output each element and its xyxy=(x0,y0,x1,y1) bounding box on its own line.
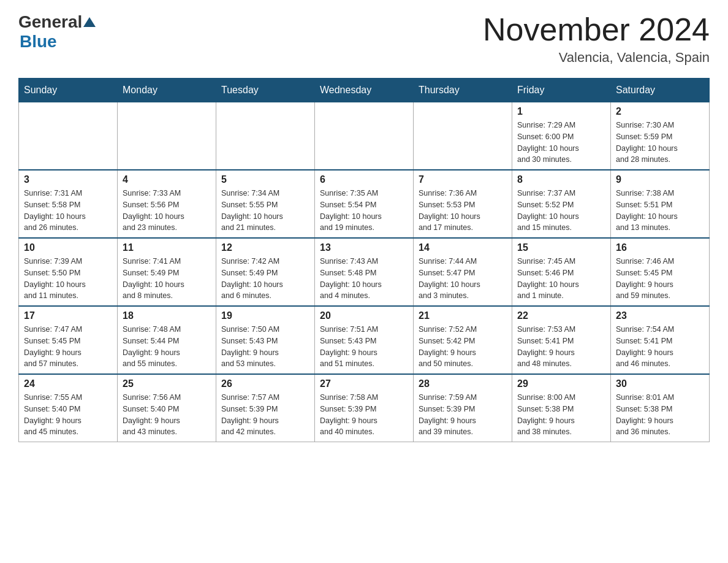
day-number: 24 xyxy=(24,378,112,389)
day-info: Sunrise: 7:34 AM Sunset: 5:55 PM Dayligh… xyxy=(221,188,309,234)
day-info: Sunrise: 8:01 AM Sunset: 5:38 PM Dayligh… xyxy=(616,392,704,438)
day-number: 16 xyxy=(616,242,704,253)
calendar-day-cell: 24Sunrise: 7:55 AM Sunset: 5:40 PM Dayli… xyxy=(19,374,118,442)
calendar-day-cell: 20Sunrise: 7:51 AM Sunset: 5:43 PM Dayli… xyxy=(315,306,414,374)
calendar-day-cell: 28Sunrise: 7:59 AM Sunset: 5:39 PM Dayli… xyxy=(414,374,512,442)
calendar-week-row: 24Sunrise: 7:55 AM Sunset: 5:40 PM Dayli… xyxy=(19,374,710,442)
calendar-day-cell: 6Sunrise: 7:35 AM Sunset: 5:54 PM Daylig… xyxy=(315,170,414,238)
day-number: 13 xyxy=(320,242,408,253)
page-header: General Blue November 2024 Valencia, Val… xyxy=(18,12,710,66)
calendar-day-cell xyxy=(118,102,216,170)
day-of-week-header: Saturday xyxy=(611,79,710,102)
day-number: 3 xyxy=(24,174,112,185)
day-info: Sunrise: 7:37 AM Sunset: 5:52 PM Dayligh… xyxy=(517,188,605,234)
day-number: 27 xyxy=(320,378,408,389)
day-number: 23 xyxy=(616,310,704,321)
day-number: 22 xyxy=(517,310,605,321)
day-number: 26 xyxy=(221,378,309,389)
day-info: Sunrise: 7:54 AM Sunset: 5:41 PM Dayligh… xyxy=(616,324,704,370)
calendar-day-cell: 29Sunrise: 8:00 AM Sunset: 5:38 PM Dayli… xyxy=(512,374,611,442)
calendar-week-row: 3Sunrise: 7:31 AM Sunset: 5:58 PM Daylig… xyxy=(19,170,710,238)
day-info: Sunrise: 7:31 AM Sunset: 5:58 PM Dayligh… xyxy=(24,188,112,234)
month-title: November 2024 xyxy=(483,12,710,47)
calendar-day-cell: 12Sunrise: 7:42 AM Sunset: 5:49 PM Dayli… xyxy=(216,238,315,306)
day-info: Sunrise: 7:44 AM Sunset: 5:47 PM Dayligh… xyxy=(419,256,507,302)
calendar-table: SundayMondayTuesdayWednesdayThursdayFrid… xyxy=(18,78,710,442)
day-info: Sunrise: 8:00 AM Sunset: 5:38 PM Dayligh… xyxy=(517,392,605,438)
day-number: 14 xyxy=(419,242,507,253)
calendar-day-cell: 13Sunrise: 7:43 AM Sunset: 5:48 PM Dayli… xyxy=(315,238,414,306)
calendar-day-cell: 25Sunrise: 7:56 AM Sunset: 5:40 PM Dayli… xyxy=(118,374,216,442)
day-number: 6 xyxy=(320,174,408,185)
day-number: 2 xyxy=(616,106,704,117)
calendar-week-row: 1Sunrise: 7:29 AM Sunset: 6:00 PM Daylig… xyxy=(19,102,710,170)
day-info: Sunrise: 7:59 AM Sunset: 5:39 PM Dayligh… xyxy=(419,392,507,438)
calendar-day-cell: 23Sunrise: 7:54 AM Sunset: 5:41 PM Dayli… xyxy=(611,306,710,374)
day-info: Sunrise: 7:35 AM Sunset: 5:54 PM Dayligh… xyxy=(320,188,408,234)
calendar-week-row: 17Sunrise: 7:47 AM Sunset: 5:45 PM Dayli… xyxy=(19,306,710,374)
day-info: Sunrise: 7:33 AM Sunset: 5:56 PM Dayligh… xyxy=(123,188,211,234)
calendar-day-cell: 14Sunrise: 7:44 AM Sunset: 5:47 PM Dayli… xyxy=(414,238,512,306)
day-info: Sunrise: 7:51 AM Sunset: 5:43 PM Dayligh… xyxy=(320,324,408,370)
day-number: 11 xyxy=(123,242,211,253)
day-number: 5 xyxy=(221,174,309,185)
day-info: Sunrise: 7:30 AM Sunset: 5:59 PM Dayligh… xyxy=(616,120,704,166)
calendar-day-cell: 4Sunrise: 7:33 AM Sunset: 5:56 PM Daylig… xyxy=(118,170,216,238)
calendar-day-cell: 30Sunrise: 8:01 AM Sunset: 5:38 PM Dayli… xyxy=(611,374,710,442)
day-info: Sunrise: 7:47 AM Sunset: 5:45 PM Dayligh… xyxy=(24,324,112,370)
calendar-day-cell: 21Sunrise: 7:52 AM Sunset: 5:42 PM Dayli… xyxy=(414,306,512,374)
location-text: Valencia, Valencia, Spain xyxy=(483,50,710,66)
calendar-day-cell: 27Sunrise: 7:58 AM Sunset: 5:39 PM Dayli… xyxy=(315,374,414,442)
day-of-week-header: Wednesday xyxy=(315,79,414,102)
calendar-day-cell xyxy=(315,102,414,170)
calendar-day-cell: 8Sunrise: 7:37 AM Sunset: 5:52 PM Daylig… xyxy=(512,170,611,238)
logo-triangle-icon xyxy=(83,17,96,27)
day-info: Sunrise: 7:48 AM Sunset: 5:44 PM Dayligh… xyxy=(123,324,211,370)
day-info: Sunrise: 7:29 AM Sunset: 6:00 PM Dayligh… xyxy=(517,120,605,166)
day-of-week-header: Friday xyxy=(512,79,611,102)
calendar-week-row: 10Sunrise: 7:39 AM Sunset: 5:50 PM Dayli… xyxy=(19,238,710,306)
day-info: Sunrise: 7:39 AM Sunset: 5:50 PM Dayligh… xyxy=(24,256,112,302)
day-info: Sunrise: 7:36 AM Sunset: 5:53 PM Dayligh… xyxy=(419,188,507,234)
day-number: 8 xyxy=(517,174,605,185)
day-info: Sunrise: 7:45 AM Sunset: 5:46 PM Dayligh… xyxy=(517,256,605,302)
day-info: Sunrise: 7:52 AM Sunset: 5:42 PM Dayligh… xyxy=(419,324,507,370)
calendar-day-cell: 5Sunrise: 7:34 AM Sunset: 5:55 PM Daylig… xyxy=(216,170,315,238)
day-number: 9 xyxy=(616,174,704,185)
calendar-day-cell: 19Sunrise: 7:50 AM Sunset: 5:43 PM Dayli… xyxy=(216,306,315,374)
day-number: 4 xyxy=(123,174,211,185)
day-info: Sunrise: 7:53 AM Sunset: 5:41 PM Dayligh… xyxy=(517,324,605,370)
logo: General Blue xyxy=(18,12,96,52)
day-of-week-header: Sunday xyxy=(19,79,118,102)
day-number: 1 xyxy=(517,106,605,117)
logo-general-text: General xyxy=(18,12,82,32)
title-section: November 2024 Valencia, Valencia, Spain xyxy=(483,12,710,66)
day-number: 30 xyxy=(616,378,704,389)
day-number: 15 xyxy=(517,242,605,253)
calendar-day-cell: 7Sunrise: 7:36 AM Sunset: 5:53 PM Daylig… xyxy=(414,170,512,238)
calendar-day-cell xyxy=(19,102,118,170)
day-info: Sunrise: 7:46 AM Sunset: 5:45 PM Dayligh… xyxy=(616,256,704,302)
logo-blue-text: Blue xyxy=(20,32,57,52)
day-number: 29 xyxy=(517,378,605,389)
calendar-day-cell: 11Sunrise: 7:41 AM Sunset: 5:49 PM Dayli… xyxy=(118,238,216,306)
day-number: 12 xyxy=(221,242,309,253)
day-number: 10 xyxy=(24,242,112,253)
calendar-day-cell: 17Sunrise: 7:47 AM Sunset: 5:45 PM Dayli… xyxy=(19,306,118,374)
calendar-day-cell: 18Sunrise: 7:48 AM Sunset: 5:44 PM Dayli… xyxy=(118,306,216,374)
calendar-day-cell: 1Sunrise: 7:29 AM Sunset: 6:00 PM Daylig… xyxy=(512,102,611,170)
day-number: 28 xyxy=(419,378,507,389)
day-number: 20 xyxy=(320,310,408,321)
calendar-header-row: SundayMondayTuesdayWednesdayThursdayFrid… xyxy=(19,79,710,102)
day-number: 25 xyxy=(123,378,211,389)
day-number: 17 xyxy=(24,310,112,321)
calendar-day-cell: 16Sunrise: 7:46 AM Sunset: 5:45 PM Dayli… xyxy=(611,238,710,306)
calendar-day-cell xyxy=(216,102,315,170)
day-info: Sunrise: 7:38 AM Sunset: 5:51 PM Dayligh… xyxy=(616,188,704,234)
calendar-day-cell: 2Sunrise: 7:30 AM Sunset: 5:59 PM Daylig… xyxy=(611,102,710,170)
calendar-day-cell: 10Sunrise: 7:39 AM Sunset: 5:50 PM Dayli… xyxy=(19,238,118,306)
day-of-week-header: Monday xyxy=(118,79,216,102)
day-of-week-header: Tuesday xyxy=(216,79,315,102)
day-info: Sunrise: 7:58 AM Sunset: 5:39 PM Dayligh… xyxy=(320,392,408,438)
day-info: Sunrise: 7:41 AM Sunset: 5:49 PM Dayligh… xyxy=(123,256,211,302)
